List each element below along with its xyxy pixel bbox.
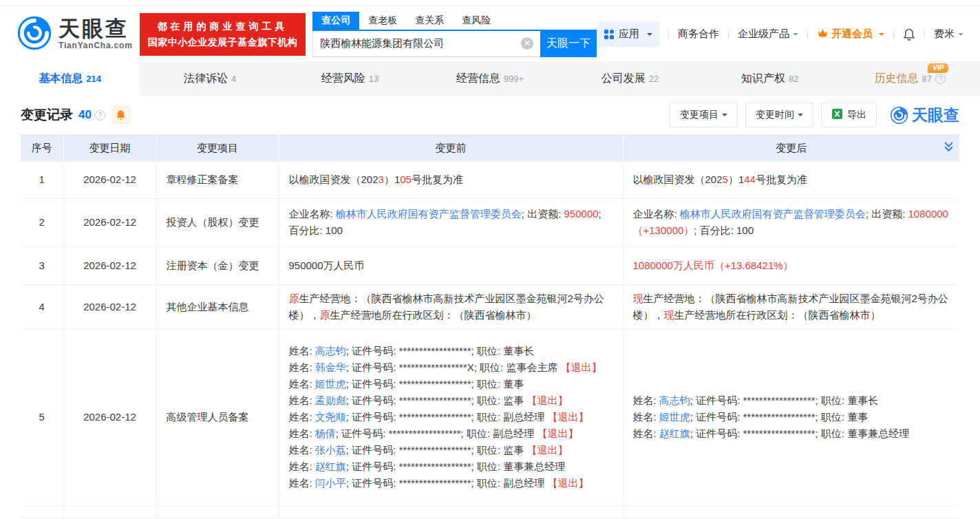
entity-link[interactable]: 榆林市人民政府国有资产监督管理委员会 bbox=[336, 208, 522, 220]
table-row: 32026-02-12注册资本（金）变更950000万人民币1080000万人民… bbox=[21, 246, 959, 284]
cell-text: 【退出】 bbox=[544, 411, 588, 423]
nav-enterprise-products[interactable]: 企业级产品 bbox=[738, 28, 798, 41]
entity-link[interactable]: 赵红旗 bbox=[659, 427, 690, 439]
tab-法律诉讼[interactable]: 法律诉讼4 bbox=[140, 61, 279, 96]
tianyancha-logo[interactable]: 天眼查 TianYanCha.com bbox=[17, 15, 133, 54]
search-tab[interactable]: 查风险 bbox=[453, 12, 500, 30]
cell-line: 姓名: 赵红旗; 证件号码: ******************; 职位: 董… bbox=[633, 425, 950, 442]
entity-link[interactable]: 高志钧 bbox=[659, 394, 690, 406]
cell-line: 姓名: 张小荔; 证件号码: ******************; 职位: 监… bbox=[289, 442, 613, 458]
nav-divider bbox=[807, 30, 808, 39]
filter-change-item-button[interactable]: 变更项目 bbox=[670, 103, 738, 127]
cell-text: 现 bbox=[664, 309, 674, 321]
cell-line: 姓名: 韩金华; 证件号码: *****************X; 职位: 监… bbox=[289, 359, 613, 376]
tab-基本信息[interactable]: 基本信息214 bbox=[0, 61, 140, 96]
cell-text: ; 证件号码: ******************; 职位: 董事 bbox=[690, 411, 868, 423]
cell-empty bbox=[63, 505, 156, 518]
table-row: 52026-02-12高级管理人员备案姓名: 高志钧; 证件号码: ******… bbox=[21, 329, 959, 505]
col-header-after: 变更后 bbox=[623, 134, 959, 162]
cell-before: 姓名: 高志钧; 证件号码: ******************; 职位: 董… bbox=[279, 329, 623, 505]
slogan-line2: 国家中小企业发展子基金旗下机构 bbox=[148, 34, 298, 50]
entity-link[interactable]: 姬世虎 bbox=[659, 411, 690, 423]
cell-no: 4 bbox=[21, 284, 63, 329]
vip-badge: VIP bbox=[928, 63, 948, 73]
tab-经营信息[interactable]: 经营信息999+ bbox=[420, 61, 560, 96]
clear-icon[interactable]: ✕ bbox=[521, 37, 533, 50]
cell-no: 3 bbox=[21, 246, 63, 284]
nav-cooperation[interactable]: 商务合作 bbox=[678, 28, 719, 41]
crown-icon bbox=[817, 28, 829, 41]
cell-date: 2026-02-12 bbox=[63, 329, 156, 505]
search-tab[interactable]: 查公司 bbox=[312, 12, 359, 30]
entity-link[interactable]: 韩金华 bbox=[315, 361, 346, 373]
help-icon[interactable]: ? bbox=[935, 74, 946, 84]
entity-link[interactable]: 闫小平 bbox=[315, 477, 346, 489]
open-vip-button[interactable]: 开通会员 bbox=[817, 28, 884, 41]
cell-item: 投资人（股权）变更 bbox=[156, 198, 279, 246]
cell-no: 1 bbox=[21, 162, 63, 198]
entity-link[interactable]: 赵红旗 bbox=[315, 460, 346, 472]
vip-label: 开通会员 bbox=[831, 28, 873, 41]
cell-text: ; 证件号码: ******************; 职位: 监事 bbox=[346, 444, 524, 456]
export-button[interactable]: 导出 bbox=[821, 103, 877, 127]
cell-before: 950000万人民币 bbox=[279, 246, 623, 284]
cell-text: 1080000万人民币（+13.68421%） bbox=[633, 260, 793, 271]
entity-link[interactable]: 张小荔 bbox=[315, 444, 346, 456]
cell-item: 其他企业基本信息 bbox=[156, 284, 279, 329]
tab-历史信息[interactable]: 历史信息87VIP? bbox=[840, 61, 980, 96]
watermark-logo: 天眼查 bbox=[890, 105, 959, 126]
entity-link[interactable]: 孟勋彪 bbox=[315, 394, 346, 406]
cell-date: 2026-02-12 bbox=[63, 198, 156, 246]
search-input[interactable]: 陕西榆林能源集团有限公司 ✕ bbox=[312, 31, 540, 57]
cell-text: 姓名: bbox=[289, 477, 315, 489]
apps-grid-icon bbox=[604, 29, 615, 40]
entity-link[interactable]: 姬世虎 bbox=[315, 378, 346, 390]
cell-item: 章程修正案备案 bbox=[156, 162, 279, 198]
help-icon[interactable]: ? bbox=[95, 110, 105, 120]
change-records-table: 序号 变更日期 变更项目 变更前 变更后 12026-02-12章程修正案备案以… bbox=[21, 134, 959, 518]
apps-menu[interactable]: 应用 bbox=[597, 21, 659, 47]
cell-text: 05 bbox=[400, 173, 412, 185]
apps-label: 应用 bbox=[619, 28, 639, 41]
filter-time-label: 变更时间 bbox=[756, 109, 794, 121]
cell-line: 姓名: 姬世虎; 证件号码: ******************; 职位: 董… bbox=[633, 409, 950, 425]
logo-domain: TianYanCha.com bbox=[58, 41, 133, 50]
cell-text: ）1 bbox=[728, 173, 744, 185]
cell-text: ; 出资额: bbox=[522, 208, 564, 220]
user-menu[interactable]: 费米 bbox=[934, 28, 963, 41]
nav-divider bbox=[893, 30, 894, 39]
tab-label: 公司发展 bbox=[601, 72, 646, 86]
search-button[interactable]: 天眼一下 bbox=[540, 31, 597, 57]
tab-label: 法律诉讼 bbox=[184, 72, 228, 86]
cell-line: 以榆政国资发（2023）105号批复为准 bbox=[289, 171, 613, 188]
cell-item: 高级管理人员备案 bbox=[156, 329, 279, 505]
subscribe-bell-icon[interactable] bbox=[112, 106, 130, 124]
cell-text: ; 证件号码: ******************; 职位: 副总经理 bbox=[346, 477, 544, 489]
expand-all-icon[interactable] bbox=[944, 142, 954, 155]
cell-empty bbox=[21, 505, 63, 518]
entity-link[interactable]: 榆林市人民政府国有资产监督管理委员会 bbox=[680, 208, 866, 220]
cell-text: ; 证件号码: ******************; 职位: 董事兼总经理 bbox=[346, 460, 565, 472]
cell-text: 3 bbox=[379, 173, 384, 185]
notifications-bell[interactable] bbox=[903, 28, 915, 41]
cell-text: ; 证件号码: ******************; 职位: 监事 bbox=[346, 394, 524, 406]
entity-link[interactable]: 高志钧 bbox=[315, 345, 346, 357]
cell-after: 1080000万人民币（+13.68421%） bbox=[623, 246, 959, 284]
filter-change-time-button[interactable]: 变更时间 bbox=[745, 103, 813, 127]
tab-公司发展[interactable]: 公司发展22 bbox=[560, 61, 700, 96]
cell-text: 号批复为准 bbox=[756, 173, 807, 185]
cell-line: 姓名: 赵红旗; 证件号码: ******************; 职位: 董… bbox=[289, 458, 613, 475]
cell-text: 5 bbox=[723, 173, 728, 185]
tab-知识产权[interactable]: 知识产权82 bbox=[700, 61, 840, 96]
tab-count: 214 bbox=[86, 74, 101, 84]
cell-line: 姓名: 高志钧; 证件号码: ******************; 职位: 董… bbox=[633, 392, 950, 409]
cell-line: 原生产经营地：（陕西省榆林市高新技术产业园区墨金苑银河2号办公楼），原生产经营地… bbox=[289, 290, 613, 324]
cell-text: 姓名: bbox=[289, 361, 315, 373]
entity-link[interactable]: 文尧顺 bbox=[315, 411, 346, 423]
filter-item-label: 变更项目 bbox=[680, 109, 718, 121]
col-header-no: 序号 bbox=[21, 134, 63, 162]
search-tab[interactable]: 查关系 bbox=[406, 12, 453, 30]
tab-经营风险[interactable]: 经营风险13 bbox=[280, 61, 420, 96]
entity-link[interactable]: 杨倩 bbox=[315, 427, 336, 439]
search-tab[interactable]: 查老板 bbox=[359, 12, 406, 30]
